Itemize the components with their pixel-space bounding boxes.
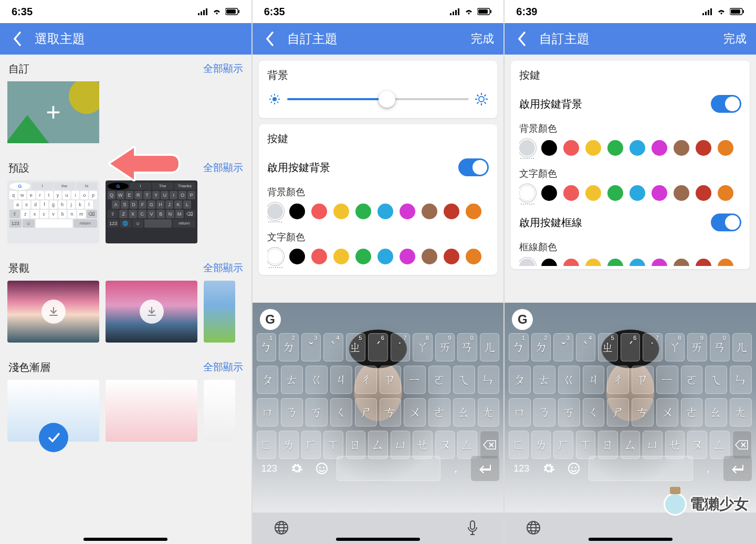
color-swatch[interactable] bbox=[696, 185, 711, 201]
zhuyin-key[interactable]: ˇ3 bbox=[301, 333, 321, 361]
zhuyin-key[interactable]: ㄡ bbox=[435, 431, 455, 459]
zhuyin-key[interactable]: ㄓ5 bbox=[346, 333, 366, 361]
color-swatch[interactable] bbox=[718, 259, 733, 266]
color-swatch[interactable] bbox=[629, 140, 645, 156]
zhuyin-key[interactable]: ㄘ bbox=[380, 398, 402, 426]
zhuyin-key[interactable]: ˋ4 bbox=[576, 333, 596, 361]
zhuyin-key[interactable]: ˋ4 bbox=[323, 333, 343, 361]
color-swatch[interactable] bbox=[563, 140, 579, 156]
backspace-key[interactable] bbox=[480, 431, 500, 459]
zhuyin-key[interactable]: ㄞ9 bbox=[435, 333, 455, 361]
emoji-key[interactable] bbox=[311, 456, 332, 481]
color-swatch[interactable] bbox=[466, 204, 481, 219]
zhuyin-key[interactable]: ㄎ bbox=[558, 398, 580, 426]
zhuyin-key[interactable]: ㄡ bbox=[687, 431, 707, 459]
numbers-key[interactable]: 123 bbox=[509, 456, 534, 481]
zhuyin-key[interactable]: ㄒ bbox=[323, 431, 343, 459]
zhuyin-key[interactable]: ㄌ bbox=[279, 431, 299, 459]
zhuyin-key[interactable]: ㄇ bbox=[257, 398, 279, 426]
google-icon[interactable]: G bbox=[260, 309, 281, 330]
comma-key[interactable]: ， bbox=[697, 456, 719, 481]
show-all-gradient[interactable]: 全部顯示 bbox=[203, 360, 243, 375]
color-swatch[interactable] bbox=[718, 185, 733, 201]
zhuyin-key[interactable]: ㄊ bbox=[533, 366, 555, 394]
zhuyin-key[interactable]: ㄑ bbox=[330, 398, 352, 426]
done-button[interactable]: 完成 bbox=[471, 31, 494, 47]
color-swatch[interactable] bbox=[585, 259, 601, 266]
color-swatch[interactable] bbox=[718, 140, 733, 156]
zhuyin-key[interactable]: ㄘ bbox=[632, 398, 654, 426]
zhuyin-key[interactable]: ㄅ1 bbox=[509, 333, 529, 361]
theme-preset-dark[interactable]: GITheThanks QWERTYUIOP ASDFGHJKL ⇧ZXCVBN… bbox=[106, 180, 197, 243]
zhuyin-key[interactable]: ㄇ bbox=[509, 398, 531, 426]
color-swatch[interactable] bbox=[519, 259, 535, 266]
zhuyin-key[interactable]: ㄣ bbox=[730, 366, 752, 394]
add-custom-theme-tile[interactable]: + bbox=[7, 81, 99, 143]
color-swatch[interactable] bbox=[696, 259, 711, 266]
zhuyin-key[interactable]: ㄈ bbox=[509, 431, 529, 459]
backspace-key[interactable] bbox=[732, 431, 752, 459]
color-swatch[interactable] bbox=[377, 204, 393, 219]
color-swatch[interactable] bbox=[607, 185, 623, 201]
zhuyin-key[interactable]: ㄈ bbox=[257, 431, 277, 459]
color-swatch[interactable] bbox=[267, 249, 283, 264]
zhuyin-key[interactable]: ㄔ bbox=[355, 366, 377, 394]
color-swatch[interactable] bbox=[333, 204, 349, 219]
zhuyin-key[interactable]: ㄟ bbox=[705, 366, 727, 394]
color-swatch[interactable] bbox=[422, 204, 437, 219]
color-swatch[interactable] bbox=[355, 204, 371, 219]
zhuyin-key[interactable]: ㄜ bbox=[428, 398, 450, 426]
zhuyin-key[interactable]: ㄆ bbox=[257, 366, 279, 394]
zhuyin-key[interactable]: ㄖ bbox=[346, 431, 366, 459]
zhuyin-key[interactable]: ㄜ bbox=[681, 398, 703, 426]
color-swatch[interactable] bbox=[311, 204, 327, 219]
zhuyin-key[interactable]: ㄛ bbox=[428, 366, 450, 394]
zhuyin-key[interactable]: ㄣ bbox=[478, 366, 500, 394]
zhuyin-key[interactable]: ㄤ bbox=[730, 398, 752, 426]
color-swatch[interactable] bbox=[652, 259, 667, 266]
zhuyin-key[interactable]: ㄍ bbox=[558, 366, 580, 394]
zhuyin-key[interactable]: ㄧ bbox=[404, 366, 426, 394]
zhuyin-key[interactable]: ㄙ bbox=[621, 431, 640, 459]
return-key[interactable] bbox=[471, 456, 499, 481]
back-button[interactable] bbox=[9, 31, 25, 47]
zhuyin-key[interactable]: ㄢ0 bbox=[457, 333, 477, 361]
color-swatch[interactable] bbox=[267, 204, 283, 219]
color-swatch[interactable] bbox=[377, 249, 393, 264]
zhuyin-key[interactable]: ㄍ bbox=[306, 366, 328, 394]
zhuyin-key[interactable]: ㄠ bbox=[453, 398, 475, 426]
show-all-landscape[interactable]: 全部顯示 bbox=[203, 261, 243, 275]
color-swatch[interactable] bbox=[607, 140, 623, 156]
zhuyin-key[interactable]: ㄑ bbox=[583, 398, 605, 426]
done-button[interactable]: 完成 bbox=[723, 31, 747, 47]
zhuyin-key[interactable]: ㄕ bbox=[607, 398, 629, 426]
color-swatch[interactable] bbox=[652, 185, 667, 201]
zhuyin-key[interactable]: ㄝ bbox=[665, 431, 685, 459]
back-button[interactable] bbox=[514, 31, 530, 47]
color-swatch[interactable] bbox=[629, 259, 645, 266]
back-button[interactable] bbox=[262, 31, 278, 47]
color-swatch[interactable] bbox=[585, 185, 601, 201]
brightness-slider[interactable] bbox=[287, 98, 469, 100]
zhuyin-key[interactable]: ㄚ8 bbox=[665, 333, 685, 361]
settings-key[interactable] bbox=[286, 456, 307, 481]
settings-key[interactable] bbox=[538, 456, 559, 481]
zhuyin-key[interactable]: ㄦ bbox=[732, 333, 752, 361]
zhuyin-key[interactable]: ㄠ bbox=[705, 398, 727, 426]
color-swatch[interactable] bbox=[696, 140, 711, 156]
enable-key-border-toggle[interactable] bbox=[711, 214, 741, 231]
zhuyin-key[interactable]: ㄅ1 bbox=[257, 333, 277, 361]
mic-icon[interactable] bbox=[466, 520, 482, 537]
zhuyin-key[interactable]: ㄞ9 bbox=[687, 333, 707, 361]
globe-icon[interactable] bbox=[274, 520, 290, 537]
zhuyin-key[interactable]: ㄟ bbox=[453, 366, 475, 394]
color-swatch[interactable] bbox=[563, 259, 579, 266]
color-swatch[interactable] bbox=[607, 259, 623, 266]
zhuyin-key[interactable]: ㄓ5 bbox=[598, 333, 618, 361]
space-key[interactable] bbox=[589, 456, 693, 481]
zhuyin-key[interactable]: ㄏ bbox=[553, 431, 573, 459]
color-swatch[interactable] bbox=[400, 204, 415, 219]
zhuyin-key[interactable]: ㄉ2 bbox=[531, 333, 551, 361]
space-key[interactable] bbox=[337, 456, 441, 481]
color-swatch[interactable] bbox=[652, 140, 667, 156]
